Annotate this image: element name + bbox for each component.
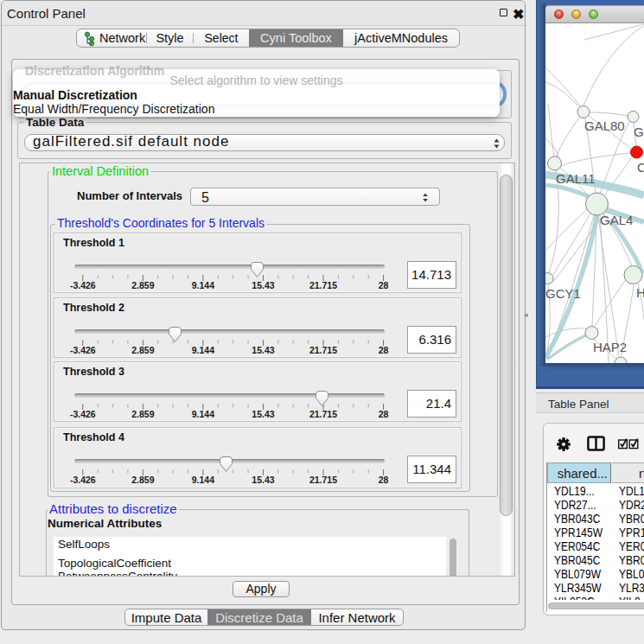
svg-text:GAL80: GAL80 (584, 118, 625, 133)
svg-text:GAL4: GAL4 (600, 213, 633, 227)
svg-text:GAL11: GAL11 (556, 171, 596, 186)
svg-text:GCY1: GCY1 (545, 286, 581, 301)
svg-text:H: H (636, 285, 644, 300)
svg-text:HAP2: HAP2 (593, 340, 627, 354)
svg-text:GA: GA (634, 124, 644, 139)
svg-text:CY: CY (637, 160, 644, 175)
